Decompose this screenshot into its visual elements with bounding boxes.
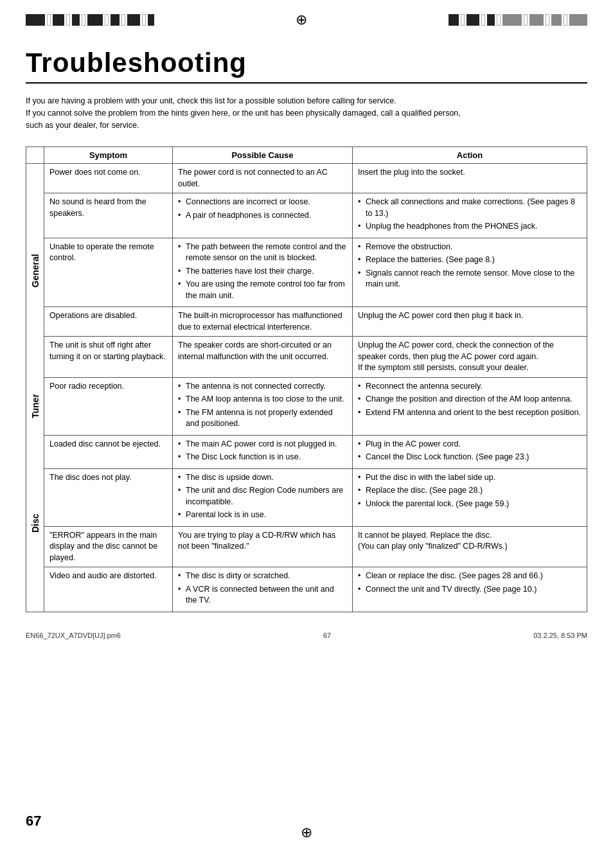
cause-cell: The path between the remote control and … [173, 238, 353, 307]
list-item: Connections are incorrect or loose. [178, 197, 347, 208]
action-cell: Put the disc in with the label side up. … [353, 468, 587, 526]
bar-seg [72, 14, 80, 26]
symptom-cell: Operations are disabled. [44, 307, 173, 337]
list-item: The disc is dirty or scratched. [178, 571, 347, 582]
list-item: The disc is upside down. [178, 472, 347, 484]
list-item: Plug in the AC power cord. [358, 439, 582, 450]
cause-cell: The disc is upside down. The unit and di… [173, 468, 353, 526]
list-item: The main AC power cord is not plugged in… [178, 439, 347, 450]
action-cell: Remove the obstruction. Replace the batt… [353, 238, 587, 307]
action-cell: Unplug the AC power cord then plug it ba… [353, 307, 587, 337]
bottom-bar: EN66_72UX_A7DVD[UJ].pm6 67 03.2.25, 8:53… [26, 632, 587, 646]
list-item: Parental lock is in use. [178, 509, 347, 521]
table-row: General Power does not come on. The powe… [26, 164, 587, 193]
cause-cell: The speaker cords are short-circuited or… [173, 337, 353, 378]
bar-seg [551, 14, 562, 26]
action-cell: Unplug the AC power cord, check the conn… [353, 337, 587, 378]
bar-seg [148, 14, 154, 26]
list-item: Unlock the parental lock. (See page 59.) [358, 499, 582, 510]
table-row: Video and audio are distorted. The disc … [26, 567, 587, 612]
table-row: The disc does not play. The disc is upsi… [26, 468, 587, 526]
bar-seg [127, 14, 140, 26]
list-item: The unit and disc Region Code numbers ar… [178, 485, 347, 508]
bar-seg [449, 14, 459, 26]
action-cell: Insert the plug into the socket. [353, 164, 587, 193]
list-item: Replace the disc. (See page 28.) [358, 485, 582, 497]
bar-seg [53, 14, 64, 26]
symptom-cell: Video and audio are distorted. [44, 567, 173, 612]
list-item: Change the position and direction of the… [358, 394, 582, 405]
cause-cell: The disc is dirty or scratched. A VCR is… [173, 567, 353, 612]
cause-cell: The built-in microprocessor has malfunct… [173, 307, 353, 337]
list-item: Reconnect the antenna securely. [358, 381, 582, 393]
list-item: Remove the obstruction. [358, 242, 582, 253]
col-header-category [26, 147, 44, 164]
symptom-cell: Unable to operate the remote control. [44, 238, 173, 307]
list-item: The FM antenna is not properly extended … [178, 407, 347, 430]
bar-seg [497, 14, 501, 26]
footer-center-num: 67 [323, 632, 331, 639]
list-item: The antenna is not connected correctly. [178, 381, 347, 393]
footer-right: 03.2.25, 8:53 PM [533, 632, 587, 639]
intro-line1: If you are having a problem with your un… [26, 95, 587, 107]
list-item: A pair of headphones is connected. [178, 210, 347, 222]
list-item: Put the disc in with the label side up. [358, 472, 582, 484]
bar-seg [66, 14, 70, 26]
bar-seg [142, 14, 146, 26]
bar-seg [26, 14, 45, 26]
bottom-center-symbol: ⊕ [301, 824, 312, 841]
bar-seg [529, 14, 544, 26]
bar-seg [87, 14, 103, 26]
footer-left: EN66_72UX_A7DVD[UJ].pm6 [26, 632, 121, 639]
bar-seg [524, 14, 528, 26]
symptom-cell: Poor radio reception. [44, 377, 173, 435]
page-title: Troubleshooting [26, 48, 587, 78]
bar-seg [121, 14, 125, 26]
list-item: Unplug the headphones from the PHONES ja… [358, 221, 582, 233]
cause-cell: The power cord is not connected to an AC… [173, 164, 353, 193]
list-item: You are using the remote control too far… [178, 279, 347, 301]
top-bar: ⊕ [26, 0, 587, 28]
intro-line3: such as your dealer, for service. [26, 120, 587, 132]
list-item: The AM loop antenna is too close to the … [178, 394, 347, 405]
action-cell: Check all connections and make correctio… [353, 193, 587, 238]
symptom-cell: "ERROR" appears in the main display and … [44, 526, 173, 567]
list-item: Clean or replace the disc. (See pages 28… [358, 571, 582, 582]
list-item: Extend FM antenna and orient to the best… [358, 407, 582, 419]
action-cell: Clean or replace the disc. (See pages 28… [353, 567, 587, 612]
bar-seg [466, 14, 479, 26]
table-row: Tuner Poor radio reception. The antenna … [26, 377, 587, 435]
bar-seg [105, 14, 109, 26]
intro-line2: If you cannot solve the problem from the… [26, 107, 587, 120]
top-center-symbol: ⊕ [296, 12, 307, 28]
bar-seg [461, 14, 465, 26]
table-row: Operations are disabled. The built-in mi… [26, 307, 587, 337]
col-header-cause: Possible Cause [173, 147, 353, 164]
action-cell: It cannot be played. Replace the disc.(Y… [353, 526, 587, 567]
cause-cell: The antenna is not connected correctly. … [173, 377, 353, 435]
bar-seg [569, 14, 587, 26]
list-item: Connect the unit and TV directly. (See p… [358, 584, 582, 596]
troubleshooting-table: Symptom Possible Cause Action General Po… [26, 146, 587, 612]
bar-seg [487, 14, 495, 26]
bar-seg [546, 14, 549, 26]
table-row: No sound is heard from the speakers. Con… [26, 193, 587, 238]
symptom-cell: Power does not come on. [44, 164, 173, 193]
list-item: Cancel the Disc Lock function. (See page… [358, 452, 582, 463]
list-item: Signals cannot reach the remote sensor. … [358, 268, 582, 290]
intro-text: If you are having a problem with your un… [26, 95, 587, 131]
list-item: Replace the batteries. (See page 8.) [358, 254, 582, 266]
top-bar-left [26, 14, 154, 26]
list-item: The batteries have lost their charge. [178, 266, 347, 278]
title-section: Troubleshooting [26, 48, 587, 84]
action-cell: Reconnect the antenna securely. Change t… [353, 377, 587, 435]
table-row: "ERROR" appears in the main display and … [26, 526, 587, 567]
bar-seg [111, 14, 120, 26]
col-header-symptom: Symptom [44, 147, 173, 164]
section-label-general: General [26, 164, 44, 378]
symptom-cell: The disc does not play. [44, 468, 173, 526]
symptom-cell: No sound is heard from the speakers. [44, 193, 173, 238]
list-item: A VCR is connected between the unit and … [178, 584, 347, 607]
list-item: Check all connections and make correctio… [358, 197, 582, 219]
list-item: The Disc Lock function is in use. [178, 452, 347, 463]
